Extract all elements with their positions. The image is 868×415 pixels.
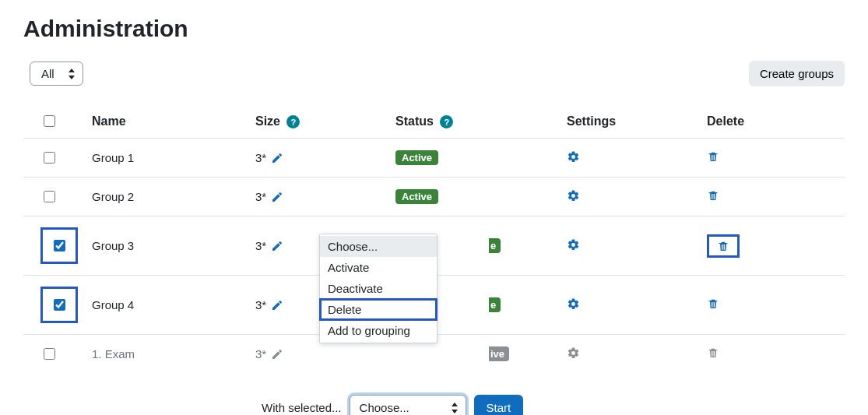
- row-name: Group 4: [86, 276, 249, 335]
- pencil-icon[interactable]: [271, 299, 283, 311]
- start-button[interactable]: Start: [474, 395, 524, 415]
- status-badge: e: [489, 297, 501, 312]
- row-checkbox[interactable]: [44, 348, 55, 360]
- gear-icon[interactable]: [567, 238, 580, 251]
- page-title: Administration: [23, 16, 845, 42]
- col-header-delete: Delete: [701, 105, 845, 139]
- dropdown-option[interactable]: Choose...: [320, 236, 437, 257]
- bulk-action-bar: With selected... Choose... Start: [262, 395, 845, 415]
- pencil-icon[interactable]: [271, 152, 283, 164]
- row-size: 3*: [255, 298, 266, 311]
- dropdown-option[interactable]: Add to grouping: [320, 320, 437, 341]
- status-badge: ive: [489, 346, 509, 361]
- highlight-box: [40, 287, 78, 323]
- bulk-action-value: Choose...: [360, 401, 409, 414]
- filter-select[interactable]: All: [30, 62, 83, 86]
- col-header-status-label: Status: [395, 114, 434, 128]
- updown-icon: [452, 403, 458, 413]
- highlight-box: [40, 227, 78, 264]
- bulk-action-select[interactable]: Choose...: [350, 395, 466, 415]
- status-badge: Active: [395, 150, 438, 165]
- trash-icon[interactable]: [707, 346, 719, 359]
- row-name: Group 2: [86, 178, 249, 216]
- status-badge: Active: [395, 189, 438, 204]
- updown-icon: [69, 69, 75, 79]
- status-badge: e: [489, 238, 501, 253]
- row-checkbox[interactable]: [54, 299, 65, 311]
- trash-icon[interactable]: [707, 297, 719, 310]
- highlight-box: [707, 234, 740, 258]
- bulk-action-dropdown[interactable]: Choose...ActivateDeactivateDeleteAdd to …: [319, 234, 438, 343]
- col-header-status: Status ?: [389, 105, 561, 139]
- trash-icon[interactable]: [707, 189, 719, 202]
- trash-icon[interactable]: [717, 240, 729, 252]
- row-size: 3*: [255, 239, 266, 252]
- row-size: 3*: [255, 151, 266, 164]
- table-row: Group 23*Active: [23, 178, 845, 216]
- row-name: 1. Exam: [86, 335, 249, 374]
- help-icon[interactable]: ?: [440, 115, 453, 128]
- pencil-icon[interactable]: [271, 348, 283, 360]
- col-header-name: Name: [86, 105, 249, 139]
- select-all-checkbox[interactable]: [44, 115, 55, 127]
- create-groups-button[interactable]: Create groups: [749, 61, 845, 86]
- filter-select-value: All: [41, 67, 54, 80]
- help-icon[interactable]: ?: [286, 115, 300, 128]
- row-name: Group 1: [86, 139, 249, 178]
- row-checkbox[interactable]: [44, 152, 55, 164]
- col-header-size: Size ?: [249, 105, 389, 139]
- toolbar: All Create groups: [30, 61, 845, 86]
- row-size: 3*: [255, 190, 266, 203]
- row-checkbox[interactable]: [44, 191, 55, 202]
- with-selected-label: With selected...: [262, 401, 342, 414]
- gear-icon[interactable]: [567, 346, 580, 360]
- row-size: 3*: [255, 347, 266, 360]
- gear-icon[interactable]: [567, 150, 580, 164]
- pencil-icon[interactable]: [271, 191, 283, 203]
- dropdown-option[interactable]: Delete: [320, 299, 437, 320]
- table-row: Group 13*Active: [23, 139, 845, 178]
- dropdown-option[interactable]: Activate: [320, 257, 437, 278]
- pencil-icon[interactable]: [271, 240, 283, 252]
- trash-icon[interactable]: [707, 150, 719, 163]
- dropdown-option[interactable]: Deactivate: [320, 278, 437, 299]
- row-name: Group 3: [86, 216, 249, 276]
- row-checkbox[interactable]: [54, 240, 65, 251]
- col-header-settings: Settings: [561, 105, 701, 139]
- gear-icon[interactable]: [567, 189, 580, 202]
- gear-icon[interactable]: [567, 297, 580, 311]
- col-header-size-label: Size: [255, 114, 280, 128]
